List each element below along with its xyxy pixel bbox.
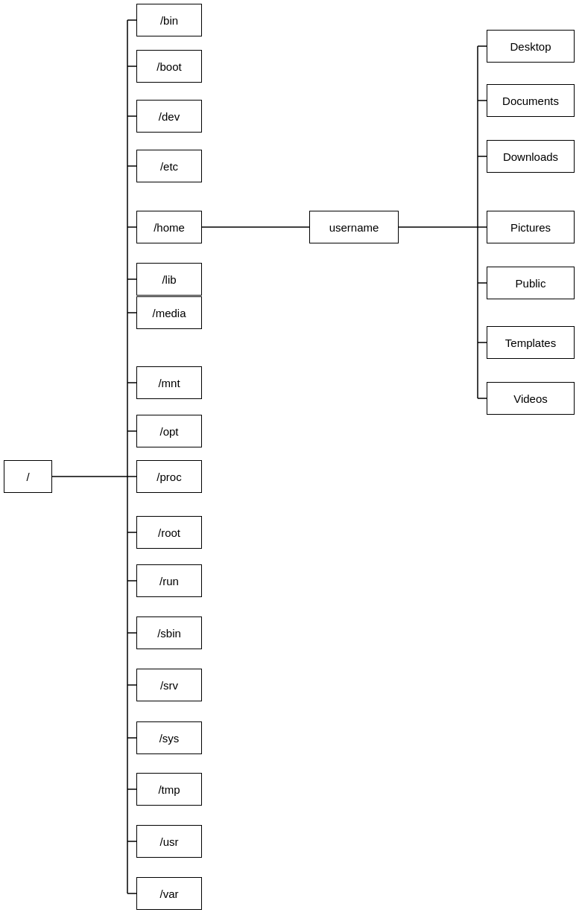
level3-node-documents: Documents xyxy=(487,84,575,117)
level1-node-opt: /opt xyxy=(136,415,202,447)
level1-node-srv: /srv xyxy=(136,669,202,701)
level1-node-sys: /sys xyxy=(136,721,202,754)
level3-node-pictures: Pictures xyxy=(487,211,575,243)
level1-node-sbin: /sbin xyxy=(136,616,202,649)
level2-node-username: username xyxy=(309,211,399,243)
level1-node-boot: /boot xyxy=(136,50,202,83)
level3-node-videos: Videos xyxy=(487,382,575,415)
tree-diagram: //bin/boot/dev/etc/home/lib/media/mnt/op… xyxy=(0,0,582,924)
level3-node-public: Public xyxy=(487,267,575,299)
level1-node-bin: /bin xyxy=(136,4,202,36)
level1-node-tmp: /tmp xyxy=(136,773,202,806)
level1-node-usr: /usr xyxy=(136,825,202,858)
level3-node-desktop: Desktop xyxy=(487,30,575,63)
level1-node-lib: /lib xyxy=(136,263,202,296)
level1-node-root: /root xyxy=(136,516,202,549)
level3-node-templates: Templates xyxy=(487,326,575,359)
level3-node-downloads: Downloads xyxy=(487,140,575,173)
root-node: / xyxy=(4,460,52,493)
level1-node-var: /var xyxy=(136,877,202,910)
level1-node-dev: /dev xyxy=(136,100,202,133)
connector-lines xyxy=(0,0,582,924)
level1-node-etc: /etc xyxy=(136,150,202,182)
level1-node-home: /home xyxy=(136,211,202,243)
level1-node-proc: /proc xyxy=(136,460,202,493)
level1-node-mnt: /mnt xyxy=(136,366,202,399)
level1-node-run: /run xyxy=(136,564,202,597)
level1-node-media: /media xyxy=(136,296,202,329)
